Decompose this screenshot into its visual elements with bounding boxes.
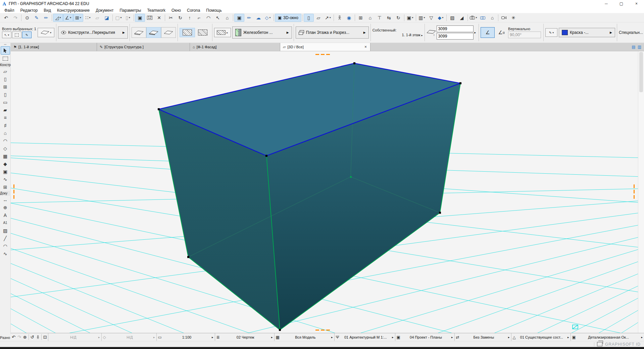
swap-icon[interactable]: ⇆ bbox=[384, 14, 394, 21]
redo-icon[interactable]: ↷ bbox=[11, 14, 20, 21]
axonometry-icon[interactable]: ↗▾ bbox=[323, 14, 333, 21]
3d-scene[interactable] bbox=[11, 51, 638, 333]
menu-corona[interactable]: Corona bbox=[184, 8, 203, 13]
rotate-icon[interactable]: ↻ bbox=[176, 14, 185, 21]
solid-box-icon[interactable]: ▱ bbox=[314, 14, 323, 21]
menu-window[interactable]: Окно bbox=[168, 8, 184, 13]
minimize-button[interactable]: ─ bbox=[599, 0, 614, 7]
tool-arc[interactable]: ◠ bbox=[1, 242, 10, 250]
inject-favourite-icon[interactable]: ✏ bbox=[41, 14, 51, 21]
tab-3d-all[interactable]: ▱ [3D / Все] × bbox=[280, 43, 370, 51]
tool-railing[interactable]: ♯ bbox=[1, 121, 10, 129]
3d-viewport[interactable] bbox=[11, 51, 644, 333]
tool-shell[interactable]: ◠ bbox=[1, 137, 10, 144]
tool-slab[interactable]: ▰ bbox=[1, 106, 10, 114]
menu-help[interactable]: Помощь bbox=[203, 8, 225, 13]
nodes-icon[interactable]: ✕ bbox=[154, 14, 164, 21]
toolbox-section-document[interactable]: Доку bbox=[0, 191, 11, 196]
orbit-icon[interactable]: ◉ bbox=[344, 14, 354, 21]
angle-input[interactable] bbox=[508, 32, 541, 38]
slab-geometry-button[interactable]: ▾ bbox=[38, 28, 54, 37]
menu-file[interactable]: Файл bbox=[1, 8, 17, 13]
dimension-house-icon[interactable]: ⌂ bbox=[365, 14, 375, 21]
edge-angle-button[interactable]: ∠ bbox=[481, 27, 495, 38]
pen-color-button[interactable]: ✎▾ bbox=[545, 28, 557, 37]
tool-arrow[interactable] bbox=[1, 46, 10, 55]
filter-marquee-icon[interactable]: ◆▾ bbox=[436, 14, 445, 21]
offset-flyout-arrow[interactable]: ▸ bbox=[475, 31, 476, 34]
explore-person-icon[interactable] bbox=[36, 335, 40, 340]
undo-icon[interactable]: ↶ bbox=[1, 14, 11, 21]
tab-section[interactable]: ✎ [Структура Структура ] bbox=[97, 43, 190, 51]
selected-slab[interactable] bbox=[158, 62, 461, 331]
tool-roof[interactable]: ⌂ bbox=[1, 129, 10, 137]
slab-plane-top-button[interactable] bbox=[161, 27, 176, 38]
status-model-filter-cell[interactable]: ▦ Вся Модель▸ bbox=[274, 333, 334, 341]
toolbox-section-design[interactable]: Констр bbox=[0, 62, 11, 67]
tool-mesh[interactable]: ∿ bbox=[1, 175, 10, 183]
navigator-preview-icon[interactable]: ▥ bbox=[638, 45, 641, 49]
status-dimension-style-cell[interactable]: ▣ Детализированная Ок...▸ bbox=[571, 333, 644, 341]
tab-list-icon[interactable]: ▤ bbox=[632, 45, 635, 49]
tool-wall[interactable]: ▱ bbox=[1, 67, 10, 75]
maximize-button[interactable]: ▢ bbox=[614, 0, 629, 7]
vertical-scrollbar[interactable] bbox=[638, 51, 644, 333]
close-button[interactable]: × bbox=[629, 0, 644, 7]
status-pen-set-cell[interactable]: Ψ 01 Архитектурный М 1:...▸ bbox=[334, 333, 395, 341]
custom-angle-button[interactable]: ∠α bbox=[495, 27, 508, 38]
toolbox-collapse-handle[interactable]: ─ bbox=[4, 44, 6, 46]
tool-text[interactable]: A bbox=[1, 211, 10, 219]
status-zoom-cell[interactable]: Н/Д▸ bbox=[48, 333, 101, 341]
tool-level-dimension[interactable]: ⊕ bbox=[1, 203, 10, 211]
frame-select-icon[interactable]: ▢▾ bbox=[114, 14, 123, 21]
status-scale-cell[interactable]: ▭ 1:100▸ bbox=[156, 333, 215, 341]
slab-plane-bottom-button[interactable] bbox=[132, 27, 146, 38]
status-orientation-cell[interactable]: ◇ Н/Д▸ bbox=[101, 333, 156, 341]
dimension-units-icon[interactable]: 12 bbox=[145, 14, 154, 21]
marquee-settings-button[interactable] bbox=[12, 32, 21, 38]
tool-marquee[interactable] bbox=[1, 55, 10, 62]
virtual-trace-icon[interactable]: ◪ bbox=[102, 14, 111, 21]
camera-icon[interactable]: ▾ bbox=[469, 14, 478, 21]
stretch-icon[interactable]: ↑ bbox=[185, 14, 194, 21]
menu-view[interactable]: Вид bbox=[41, 8, 54, 13]
dimension-grid-icon[interactable]: ⊞ bbox=[356, 14, 365, 21]
fill-preview-button[interactable]: ▸ bbox=[214, 28, 231, 37]
building-material-button[interactable]: Железобетон ...▶ bbox=[232, 26, 292, 39]
editing-plane-icon[interactable]: ▱ bbox=[93, 14, 102, 21]
surveyor-icon[interactable]: ⊤ bbox=[375, 14, 384, 21]
walk-mode-icon[interactable] bbox=[335, 14, 344, 21]
tool-dimension[interactable]: ↔ bbox=[1, 196, 10, 203]
tool-morph[interactable]: ◆ bbox=[1, 160, 10, 168]
render-effects-icon[interactable]: ✳ bbox=[509, 14, 518, 21]
cover-fill-button[interactable] bbox=[195, 28, 210, 37]
pick-up-parameters-icon[interactable]: ⊙ bbox=[22, 14, 32, 21]
favorites-button[interactable]: Конструкти...Перекрытия▶ bbox=[58, 26, 128, 39]
graphisoft-id-label[interactable]: GRAPHISOFT ID bbox=[605, 342, 641, 347]
filter-elements-icon[interactable]: ▽ bbox=[427, 14, 436, 21]
rotate-view-icon[interactable]: ↻ bbox=[394, 14, 403, 21]
slab-plane-reference-button[interactable] bbox=[146, 27, 161, 38]
tool-door[interactable]: ▯ bbox=[1, 75, 10, 83]
guide-lines-icon[interactable]: ◿▾ bbox=[53, 14, 63, 22]
home-story-select[interactable]: 1. 1-й этаж ▸ bbox=[373, 33, 423, 37]
status-renovation-cell[interactable]: ⇄ Без Замены▸ bbox=[454, 333, 511, 341]
apply-surface-icon[interactable]: ▨ bbox=[448, 14, 457, 21]
surface-paint-button[interactable]: Краска -...▶ bbox=[559, 28, 615, 37]
3d-cutting-icon[interactable]: ▥▾ bbox=[417, 14, 427, 21]
offset-bottom-input[interactable] bbox=[437, 33, 474, 40]
door-panel-icon[interactable]: ▯ bbox=[304, 14, 314, 22]
pick-surface-icon[interactable]: ◢ bbox=[457, 14, 466, 21]
tool-stair[interactable]: ≡ bbox=[1, 114, 10, 121]
group-edit-icon[interactable]: ▣ bbox=[135, 14, 145, 22]
profile-manager-icon[interactable]: ▯▾ bbox=[123, 14, 133, 21]
camera-settings-icon[interactable] bbox=[478, 14, 488, 21]
menu-teamwork[interactable]: Teamwork bbox=[144, 8, 168, 13]
zoom-in-icon[interactable]: ⊕ bbox=[23, 335, 27, 340]
menu-options[interactable]: Параметры bbox=[116, 8, 144, 13]
video-icon[interactable] bbox=[499, 14, 509, 21]
fit-in-window-icon[interactable]: ⊡ bbox=[43, 335, 47, 340]
window-stack-icon[interactable] bbox=[597, 342, 602, 346]
split-icon[interactable]: ✂ bbox=[166, 14, 176, 21]
offset-top-input[interactable] bbox=[437, 25, 474, 32]
